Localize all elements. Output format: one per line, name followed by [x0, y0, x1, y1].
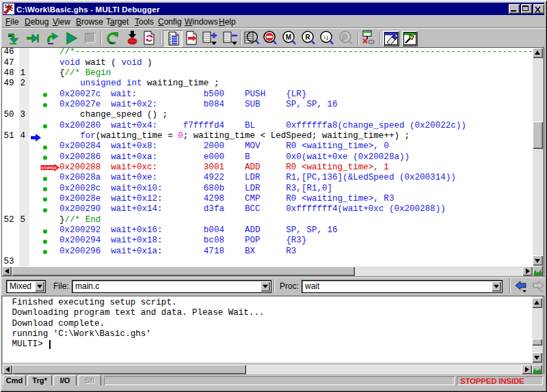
svg-text:R: R [305, 33, 310, 41]
svg-text:i,j: i,j [324, 34, 328, 40]
svg-text:M: M [286, 33, 291, 41]
svg-text:STOPPED: STOPPED [41, 167, 57, 170]
